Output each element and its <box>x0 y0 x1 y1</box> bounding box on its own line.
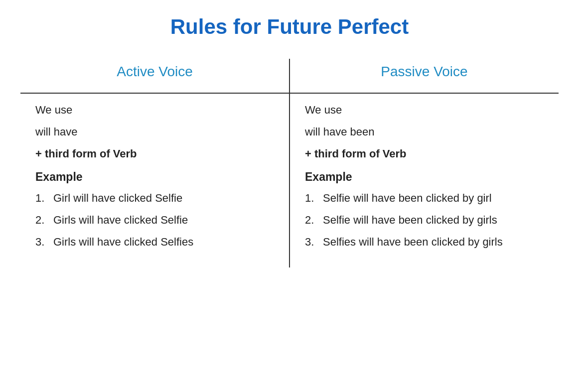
page-title: Rules for Future Perfect <box>170 15 409 39</box>
passive-rule1: We use <box>305 104 544 117</box>
active-voice-header-col: Active Voice <box>20 59 290 93</box>
passive-voice-col: We use will have been + third form of Ve… <box>290 94 559 267</box>
active-example-2: 2. Girls will have clicked Selfie <box>35 214 274 227</box>
passive-example-1: 1. Selfie will have been clicked by girl <box>305 192 544 205</box>
active-example-label: Example <box>35 170 274 184</box>
active-example-1-text: Girl will have clicked Selfie <box>53 192 182 205</box>
passive-example-2-text: Selfie will have been clicked by girls <box>323 214 497 227</box>
passive-num-2: 2. <box>305 214 323 227</box>
active-voice-header: Active Voice <box>35 64 274 85</box>
active-example-3: 3. Girls will have clicked Selfies <box>35 236 274 249</box>
active-num-2: 2. <box>35 214 53 227</box>
active-example-1: 1. Girl will have clicked Selfie <box>35 192 274 205</box>
passive-rule2: will have been <box>305 126 544 138</box>
passive-num-3: 3. <box>305 236 323 249</box>
passive-num-1: 1. <box>305 192 323 205</box>
active-rule1: We use <box>35 104 274 117</box>
passive-example-3-text: Selfies will have been clicked by girls <box>323 236 503 249</box>
passive-example-2: 2. Selfie will have been clicked by girl… <box>305 214 544 227</box>
table-body: We use will have + third form of Verb Ex… <box>20 94 559 267</box>
passive-examples-list: 1. Selfie will have been clicked by girl… <box>305 192 544 249</box>
active-rule2: will have <box>35 126 274 138</box>
passive-rule3: + third form of Verb <box>305 147 544 160</box>
passive-voice-header: Passive Voice <box>305 64 544 85</box>
active-examples-list: 1. Girl will have clicked Selfie 2. Girl… <box>35 192 274 249</box>
active-example-2-text: Girls will have clicked Selfie <box>53 214 188 227</box>
active-num-1: 1. <box>35 192 53 205</box>
passive-voice-header-col: Passive Voice <box>290 59 559 93</box>
active-voice-col: We use will have + third form of Verb Ex… <box>20 94 290 267</box>
active-example-3-text: Girls will have clicked Selfies <box>53 236 193 249</box>
active-rule3: + third form of Verb <box>35 147 274 160</box>
rules-table: Active Voice Passive Voice We use will h… <box>20 59 559 267</box>
table-header: Active Voice Passive Voice <box>20 59 559 94</box>
passive-example-1-text: Selfie will have been clicked by girl <box>323 192 492 205</box>
active-num-3: 3. <box>35 236 53 249</box>
passive-example-label: Example <box>305 170 544 184</box>
passive-example-3: 3. Selfies will have been clicked by gir… <box>305 236 544 249</box>
